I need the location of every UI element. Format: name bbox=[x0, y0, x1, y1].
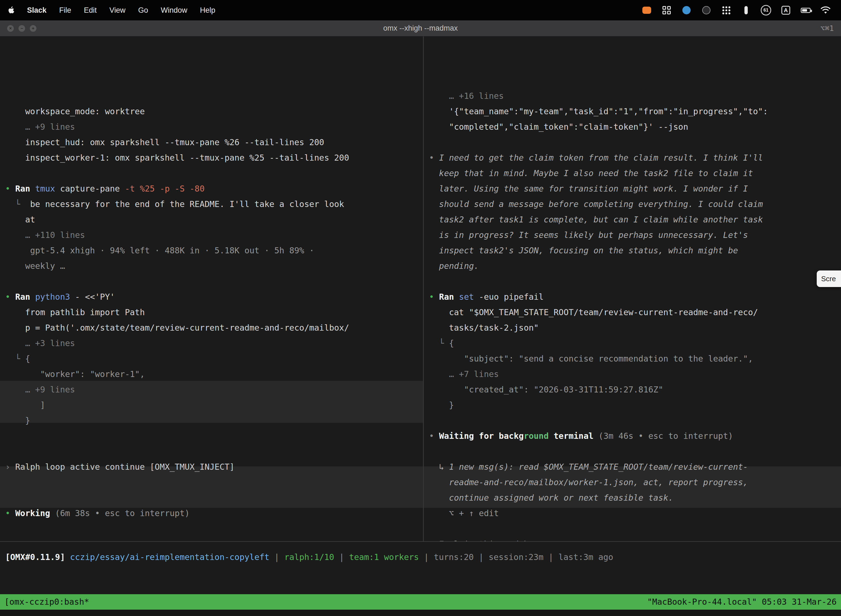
hud-segment: [OMX#0.11.9] bbox=[5, 552, 70, 562]
menu-item-edit[interactable]: Edit bbox=[84, 6, 97, 15]
blue-app-icon[interactable] bbox=[679, 4, 694, 17]
terminal-line bbox=[5, 166, 423, 181]
terminal-line: … +7 lines bbox=[429, 367, 841, 382]
terminal-line bbox=[429, 274, 841, 289]
terminal-line: … +110 lines bbox=[5, 227, 423, 243]
battery-icon[interactable] bbox=[798, 4, 813, 17]
terminal-line: • Waiting for background terminal (3m 46… bbox=[429, 428, 841, 444]
battery-percent-icon[interactable]: 61 bbox=[758, 4, 774, 17]
hud-segment: ralph:1/10 bbox=[284, 552, 334, 562]
terminal-panes: workspace_mode: worktree… +9 linesinspec… bbox=[0, 37, 841, 542]
text-segment: ↳ 1 new msg(s): read $OMX_TEAM_STATE_ROO… bbox=[439, 462, 748, 472]
terminal-line: ] bbox=[5, 397, 423, 413]
text-segment: { bbox=[25, 354, 30, 364]
text-segment: "subject": "send a concise recommendatio… bbox=[464, 354, 753, 364]
terminal-line: at bbox=[5, 212, 423, 227]
terminal-line: } bbox=[429, 397, 841, 413]
apple-menu-icon[interactable] bbox=[8, 6, 14, 14]
text-segment: • bbox=[429, 431, 439, 441]
terminal-line: └ be necessary for the end of the README… bbox=[5, 197, 423, 212]
text-segment: terminal bbox=[548, 431, 593, 441]
hud-segment: team:1 workers bbox=[349, 552, 419, 562]
terminal-line: cat "$OMX_TEAM_STATE_ROOT/team/review-cu… bbox=[429, 305, 841, 320]
terminal-line: … +16 lines bbox=[429, 88, 841, 104]
text-segment: '{"team_name":"my-team","task_id":"1","f… bbox=[449, 107, 768, 116]
grid-icon[interactable] bbox=[659, 4, 674, 17]
text-segment: Working bbox=[15, 508, 50, 518]
menu-app-name[interactable]: Slack bbox=[27, 6, 47, 15]
text-segment: { bbox=[449, 338, 454, 348]
text-segment: later. Using the same for transition mig… bbox=[439, 184, 748, 194]
window-title: omx --xhigh --madmax bbox=[0, 24, 841, 32]
text-segment: • bbox=[5, 508, 15, 518]
zoom-button[interactable]: + bbox=[30, 25, 37, 32]
terminal-line bbox=[5, 521, 423, 537]
menu-item-file[interactable]: File bbox=[59, 6, 72, 15]
terminal-empty-area bbox=[0, 567, 841, 594]
text-segment: set bbox=[459, 292, 474, 302]
window-title-bar: × − + omx --xhigh --madmax ⌥⌘1 bbox=[0, 21, 841, 37]
menu-item-help[interactable]: Help bbox=[200, 6, 215, 15]
text-segment: weekly … bbox=[25, 261, 65, 271]
terminal-line: • Ran python3 - <<'PY' bbox=[5, 289, 423, 305]
text-segment: … +9 lines bbox=[25, 122, 75, 132]
menu-item-go[interactable]: Go bbox=[138, 6, 148, 15]
text-segment: └ bbox=[15, 354, 25, 364]
text-segment: • bbox=[5, 184, 15, 194]
terminal-line bbox=[5, 428, 423, 444]
text-segment: inspect_hud: omx sparkshell --tmux-pane … bbox=[25, 138, 324, 147]
terminal-line: p = Path('.omx/state/team/review-current… bbox=[5, 320, 423, 336]
text-segment: - <<'PY' bbox=[70, 292, 115, 302]
terminal-line: gpt-5.4 xhigh · 94% left · 488K in · 5.1… bbox=[5, 243, 423, 258]
input-source-icon[interactable]: A bbox=[778, 4, 794, 17]
terminal-line bbox=[429, 444, 841, 459]
text-segment: } bbox=[449, 400, 454, 410]
tmux-session-info: [omx-cczip0:bash* bbox=[4, 594, 89, 610]
text-segment: be necessary for the end of the README. … bbox=[30, 199, 344, 209]
screen-overlay-button[interactable]: Scre bbox=[817, 270, 841, 287]
terminal-line: should send a message before completing … bbox=[429, 197, 841, 212]
text-segment: is in progress? It seems likely but perh… bbox=[439, 230, 748, 240]
screen-recording-indicator-icon[interactable] bbox=[639, 4, 655, 17]
terminal-line: "worker": "worker-1", bbox=[5, 367, 423, 382]
terminal-pane-right: … +16 lines'{"team_name":"my-team","task… bbox=[424, 37, 841, 541]
menu-item-view[interactable]: View bbox=[110, 6, 126, 15]
text-segment: "completed","claim_token":"claim-token"}… bbox=[449, 122, 688, 132]
text-segment: … +9 lines bbox=[25, 385, 75, 395]
terminal-line: weekly … bbox=[5, 258, 423, 274]
terminal-line bbox=[5, 444, 423, 459]
terminal-line: • Working (6m 38s • esc to interrupt) bbox=[5, 506, 423, 521]
terminal-line: later. Using the same for transition mig… bbox=[429, 181, 841, 197]
text-segment: "created_at": "2026-03-31T11:59:27.816Z" bbox=[464, 385, 663, 395]
text-segment: › bbox=[5, 462, 15, 472]
text-segment: … +7 lines bbox=[449, 369, 499, 379]
text-segment: • bbox=[5, 292, 15, 302]
text-segment: readme-and-reco/mailbox/worker-1.json, a… bbox=[449, 477, 748, 487]
terminal-line bbox=[429, 413, 841, 428]
text-segment: Ran bbox=[439, 292, 459, 302]
terminal-line: • Ran set -euo pipefail bbox=[429, 289, 841, 305]
hud-segment: | bbox=[419, 552, 434, 562]
text-segment: • bbox=[429, 292, 439, 302]
omx-status-line: [OMX#0.11.9] cczip/essay/ai-reimplementa… bbox=[0, 542, 841, 567]
terminal-line: └ { bbox=[5, 351, 423, 367]
text-segment: └ bbox=[15, 199, 30, 209]
wifi-icon[interactable] bbox=[818, 4, 833, 17]
menu-item-window[interactable]: Window bbox=[161, 6, 188, 15]
terminal-line: from pathlib import Path bbox=[5, 305, 423, 320]
text-segment: task2 after task1 is complete, but can I… bbox=[439, 215, 763, 224]
terminal-line: '{"team_name":"my-team","task_id":"1","f… bbox=[429, 104, 841, 119]
close-button[interactable]: × bbox=[7, 25, 14, 32]
pill-icon[interactable] bbox=[738, 4, 754, 17]
text-segment: keep that in mind. Maybe I also need the… bbox=[439, 168, 753, 178]
dark-app-icon[interactable] bbox=[699, 4, 714, 17]
terminal-line: • I need to get the claim token from the… bbox=[429, 150, 841, 166]
terminal-line: inspect_worker-1: omx sparkshell --tmux-… bbox=[5, 150, 423, 166]
dots-grid-icon[interactable] bbox=[718, 4, 734, 17]
text-segment: workspace_mode: worktree bbox=[25, 107, 145, 116]
text-segment: inspect_worker-1: omx sparkshell --tmux-… bbox=[25, 153, 349, 163]
terminal-line: … +9 lines bbox=[5, 382, 423, 397]
text-segment: Explain this codebase bbox=[439, 539, 544, 541]
minimize-button[interactable]: − bbox=[19, 25, 25, 32]
text-segment: … +16 lines bbox=[449, 91, 504, 101]
